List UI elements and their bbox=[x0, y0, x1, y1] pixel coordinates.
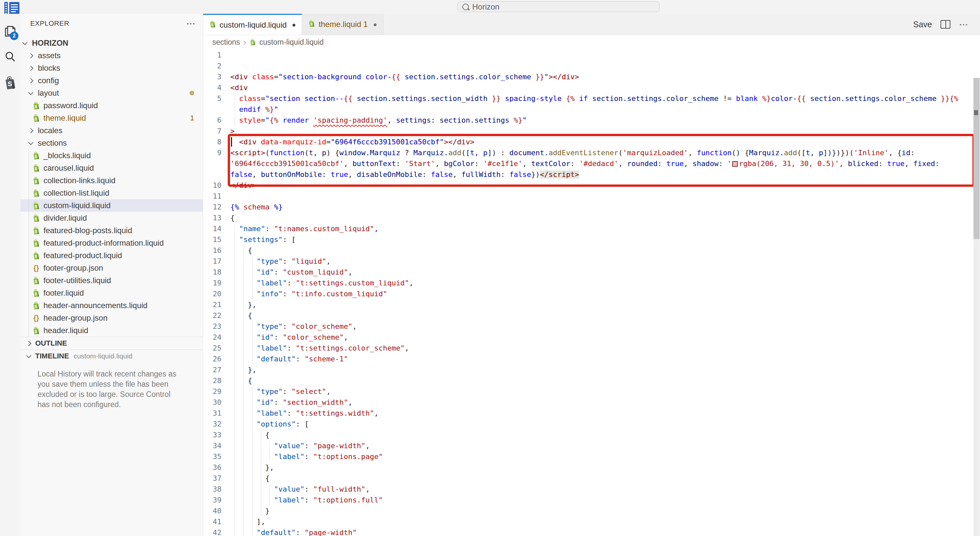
editor-more-icon[interactable]: ⋯ bbox=[959, 19, 969, 30]
tree-item-header-announcements-liquid[interactable]: Sheader-announcements.liquid bbox=[21, 299, 203, 312]
chevron-down-icon bbox=[28, 90, 33, 95]
modified-dot-icon[interactable]: ● bbox=[373, 21, 377, 28]
search-activity-button[interactable] bbox=[0, 44, 21, 70]
tree-item--blocks-liquid[interactable]: S_blocks.liquid bbox=[21, 149, 203, 162]
code-line[interactable]: 9<script>(function(t, p) {window.Marquiz… bbox=[203, 147, 980, 158]
code-line[interactable]: 24 "id": "color_scheme", bbox=[203, 332, 980, 343]
svg-text:S: S bbox=[35, 329, 37, 334]
breadcrumb-folder[interactable]: sections bbox=[212, 38, 240, 47]
tree-item-sections[interactable]: sections bbox=[21, 137, 203, 149]
tree-item-footer-group-json[interactable]: {}footer-group.json bbox=[21, 262, 203, 274]
tree-item-locales[interactable]: locales bbox=[21, 124, 203, 137]
code-editor[interactable]: 123<div class="section-background color-… bbox=[203, 49, 980, 536]
tree-item-layout[interactable]: layout bbox=[21, 87, 203, 99]
code-line[interactable]: 37 { bbox=[203, 473, 980, 484]
code-line[interactable]: 35 "label": "t:options.page" bbox=[203, 451, 980, 462]
tree-item-header-group-json[interactable]: {}header-group.json bbox=[21, 312, 203, 324]
split-editor-icon[interactable] bbox=[940, 20, 950, 29]
tree-item-blocks[interactable]: blocks bbox=[21, 62, 203, 74]
code-line[interactable]: 3<div class="section-background color-{{… bbox=[203, 71, 980, 82]
tree-item-featured-product-information-liquid[interactable]: Sfeatured-product-information.liquid bbox=[21, 237, 203, 249]
tree-item-footer-utilities-liquid[interactable]: Sfooter-utilities.liquid bbox=[21, 274, 203, 287]
tree-item-featured-product-liquid[interactable]: Sfeatured-product.liquid bbox=[21, 249, 203, 262]
outline-section-header[interactable]: OUTLINE bbox=[21, 337, 203, 350]
code-line[interactable]: 30 "id": "section_width", bbox=[203, 397, 980, 408]
code-line[interactable]: 2 bbox=[203, 60, 980, 71]
breadcrumb-file[interactable]: custom-liquid.liquid bbox=[259, 38, 324, 47]
code-line[interactable]: 22 { bbox=[203, 310, 980, 321]
explorer-activity-button[interactable]: 2 bbox=[0, 18, 21, 44]
vertical-scrollbar[interactable] bbox=[974, 78, 980, 536]
tree-item-password-liquid[interactable]: Spassword.liquid bbox=[21, 99, 203, 112]
tree-item-label: divider.liquid bbox=[43, 213, 87, 223]
line-number: 42 bbox=[203, 527, 221, 536]
svg-text:S: S bbox=[35, 204, 37, 209]
tree-item-config[interactable]: config bbox=[21, 74, 203, 87]
shopify-activity-button[interactable]: S bbox=[0, 70, 21, 95]
modified-dot-icon[interactable]: ● bbox=[292, 21, 296, 29]
code-line[interactable]: 17 "type": "liquid", bbox=[203, 256, 980, 267]
line-number: 35 bbox=[203, 451, 221, 462]
tree-item-label: sections bbox=[38, 138, 67, 147]
tab-theme-liquid[interactable]: Stheme.liquid 1● bbox=[302, 14, 383, 35]
code-line[interactable]: 12{% schema %} bbox=[203, 201, 980, 212]
line-number: 31 bbox=[203, 408, 221, 419]
code-line[interactable]: 29 "type": "select", bbox=[203, 386, 980, 397]
code-line[interactable]: false, buttonOnMobile: true, disableOnMo… bbox=[203, 169, 980, 180]
code-line[interactable]: 33 { bbox=[203, 430, 980, 440]
tree-item-featured-blog-posts-liquid[interactable]: Sfeatured-blog-posts.liquid bbox=[21, 224, 203, 237]
code-line[interactable]: 26 "default": "scheme-1" bbox=[203, 354, 980, 364]
code-line[interactable]: endif %}" bbox=[203, 104, 980, 115]
tree-item-assets[interactable]: assets bbox=[21, 49, 203, 62]
code-line[interactable]: 41 ], bbox=[203, 516, 980, 527]
code-line[interactable]: 21 }, bbox=[203, 299, 980, 310]
code-line[interactable]: 7> bbox=[203, 125, 980, 136]
code-line[interactable]: 10</div> bbox=[203, 180, 980, 191]
shopify-icon: S bbox=[32, 176, 40, 185]
code-line[interactable]: 16 { bbox=[203, 245, 980, 256]
command-center-search[interactable]: Horizon bbox=[457, 1, 659, 12]
code-line[interactable]: 13{ bbox=[203, 212, 980, 223]
outline-title: OUTLINE bbox=[35, 339, 67, 347]
code-line[interactable]: 38 "value": "full-width", bbox=[203, 484, 980, 495]
code-line[interactable]: 27 }, bbox=[203, 364, 980, 375]
tree-item-theme-liquid[interactable]: Stheme.liquid1 bbox=[21, 112, 203, 124]
code-line[interactable]: 11 bbox=[203, 191, 980, 201]
code-line[interactable]: 36 }, bbox=[203, 462, 980, 473]
code-line[interactable]: 40 } bbox=[203, 506, 980, 516]
save-button[interactable]: Save bbox=[913, 20, 932, 29]
code-line[interactable]: 4<div bbox=[203, 82, 980, 93]
code-line[interactable]: 23 "type": "color_scheme", bbox=[203, 321, 980, 332]
tree-item-horizon[interactable]: HORIZON bbox=[21, 37, 203, 49]
code-line[interactable]: 42 "default": "page-width" bbox=[203, 527, 980, 536]
tree-item-divider-liquid[interactable]: Sdivider.liquid bbox=[21, 212, 203, 224]
code-line[interactable]: 20 "info": "t:info.custom_liquid" bbox=[203, 289, 980, 299]
code-line[interactable]: 25 "label": "t:settings.color_scheme", bbox=[203, 343, 980, 354]
code-line[interactable]: 39 "label": "t:options.full" bbox=[203, 495, 980, 506]
code-line[interactable]: 5 class="section section--{{ section.set… bbox=[203, 93, 980, 104]
code-line[interactable]: '6964f6cccb3915001ca50cbf', buttonText: … bbox=[203, 158, 980, 169]
timeline-section-header[interactable]: TIMELINE custom-liquid.liquid bbox=[21, 350, 203, 362]
code-line[interactable]: 14 "name": "t:names.custom_liquid", bbox=[203, 223, 980, 234]
tab-custom-liquid-liquid[interactable]: Scustom-liquid.liquid● bbox=[203, 14, 302, 35]
tree-item-custom-liquid-liquid[interactable]: Scustom-liquid.liquid bbox=[21, 199, 203, 212]
tree-item-collection-list-liquid[interactable]: Scollection-list.liquid bbox=[21, 187, 203, 199]
code-line[interactable]: 1 bbox=[203, 50, 980, 60]
tree-item-collection-links-liquid[interactable]: Scollection-links.liquid bbox=[21, 174, 203, 187]
code-line[interactable]: 34 "value": "page-width", bbox=[203, 440, 980, 451]
line-number: 1 bbox=[203, 50, 221, 60]
code-line[interactable]: 31 "label": "t:settings.width", bbox=[203, 408, 980, 419]
svg-text:S: S bbox=[35, 242, 37, 246]
explorer-more-icon[interactable]: ⋯ bbox=[186, 18, 196, 29]
code-line[interactable]: 18 "id": "custom_liquid", bbox=[203, 267, 980, 278]
scrollbar-thumb[interactable] bbox=[974, 78, 980, 239]
code-line[interactable]: 32 "options": [ bbox=[203, 419, 980, 430]
code-line[interactable]: 19 "label": "t:settings.custom_liquid", bbox=[203, 278, 980, 289]
tree-item-footer-liquid[interactable]: Sfooter.liquid bbox=[21, 287, 203, 299]
code-line[interactable]: 28 { bbox=[203, 375, 980, 386]
code-line[interactable]: 8 <div data-marquiz-id="6964f6cccb391500… bbox=[203, 136, 980, 147]
tree-item-header-liquid[interactable]: Sheader.liquid bbox=[21, 324, 203, 337]
tree-item-carousel-liquid[interactable]: Scarousel.liquid bbox=[21, 162, 203, 174]
code-line[interactable]: 6 style="{% render 'spacing-padding', se… bbox=[203, 115, 980, 125]
code-line[interactable]: 15 "settings": [ bbox=[203, 234, 980, 245]
